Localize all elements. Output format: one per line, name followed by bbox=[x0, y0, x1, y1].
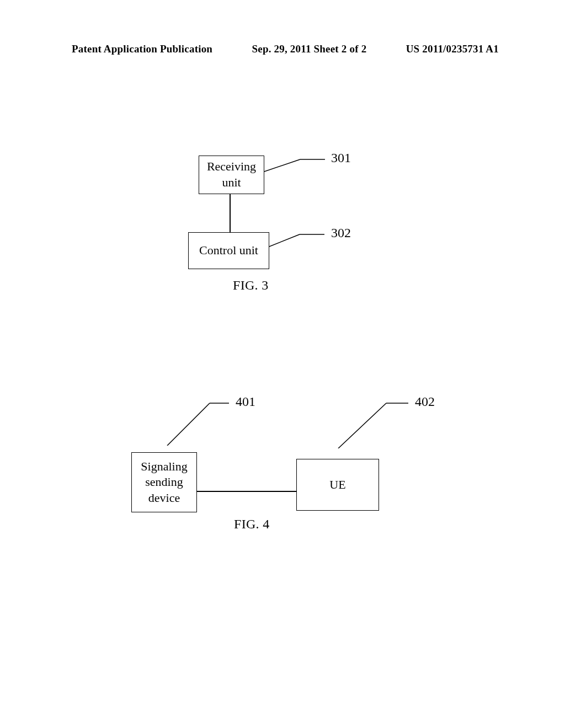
svg-line-7 bbox=[338, 403, 386, 448]
fig4-connector bbox=[197, 491, 296, 492]
page-header: Patent Application Publication Sep. 29, … bbox=[0, 43, 565, 55]
fig4-signaling-device-label: Signaling sending device bbox=[132, 459, 196, 506]
svg-line-5 bbox=[167, 403, 210, 446]
fig3-caption: FIG. 3 bbox=[233, 278, 268, 293]
header-pub-number: US 2011/0235731 A1 bbox=[406, 43, 499, 55]
fig3-connector bbox=[230, 194, 231, 232]
fig4-leader-401 bbox=[166, 402, 229, 446]
fig3-control-unit-label: Control unit bbox=[199, 243, 258, 259]
fig3-receiving-unit-box: Receiving unit bbox=[199, 156, 264, 194]
svg-line-0 bbox=[264, 159, 300, 172]
fig4-ue-label: UE bbox=[329, 477, 345, 493]
header-publication: Patent Application Publication bbox=[72, 43, 212, 55]
fig3-ref-301: 301 bbox=[331, 151, 351, 165]
fig3-ref-302: 302 bbox=[331, 226, 351, 240]
fig3-leader-301 bbox=[264, 158, 325, 174]
fig4-leader-402 bbox=[337, 402, 408, 448]
fig3-receiving-unit-label: Receiving unit bbox=[199, 159, 264, 190]
fig3-control-unit-box: Control unit bbox=[188, 232, 269, 269]
fig4-signaling-device-box: Signaling sending device bbox=[131, 452, 197, 512]
header-date-sheet: Sep. 29, 2011 Sheet 2 of 2 bbox=[252, 43, 366, 55]
fig3-leader-302 bbox=[269, 233, 324, 249]
fig4-ue-box: UE bbox=[296, 459, 379, 511]
svg-line-2 bbox=[269, 234, 300, 247]
fig4-ref-402: 402 bbox=[415, 394, 435, 409]
fig4-ref-401: 401 bbox=[236, 394, 255, 409]
fig4-caption: FIG. 4 bbox=[234, 517, 269, 532]
